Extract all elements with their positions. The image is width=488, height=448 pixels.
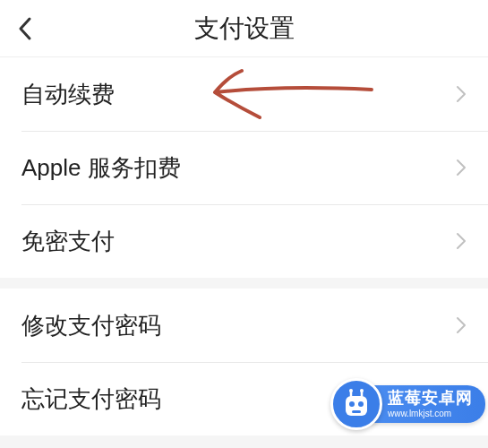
list-item-auto-renew[interactable]: 自动续费 — [0, 57, 488, 131]
svg-point-0 — [349, 389, 353, 392]
watermark-url: www.lmkjst.com — [388, 409, 473, 419]
list-item-label: 免密支付 — [21, 226, 115, 257]
watermark-text: 蓝莓安卓网 www.lmkjst.com — [370, 385, 485, 423]
list-item-change-password[interactable]: 修改支付密码 — [0, 289, 488, 362]
svg-point-3 — [349, 401, 355, 407]
chevron-right-icon — [456, 159, 467, 177]
header: 支付设置 — [0, 0, 488, 57]
section-1: 自动续费 Apple 服务扣费 免密支付 — [0, 57, 488, 278]
chevron-right-icon — [456, 232, 467, 250]
svg-point-1 — [360, 389, 364, 392]
list-item-label: 修改支付密码 — [21, 310, 161, 341]
chevron-right-icon — [456, 85, 467, 103]
chevron-right-icon — [456, 316, 467, 334]
list-item-label: 忘记支付密码 — [21, 383, 161, 415]
page-title: 支付设置 — [0, 12, 488, 46]
watermark: 蓝莓安卓网 www.lmkjst.com — [330, 378, 485, 430]
list-item-passwordless-pay[interactable]: 免密支付 — [0, 204, 488, 278]
list-item-label: Apple 服务扣费 — [21, 152, 181, 184]
list-item-label: 自动续费 — [21, 79, 115, 110]
chevron-left-icon — [17, 16, 33, 41]
svg-point-4 — [358, 401, 364, 407]
back-button[interactable] — [14, 18, 36, 39]
list-item-apple-service[interactable]: Apple 服务扣费 — [0, 131, 488, 204]
watermark-name: 蓝莓安卓网 — [388, 389, 473, 409]
svg-rect-5 — [352, 410, 361, 413]
watermark-robot-icon — [330, 378, 382, 430]
